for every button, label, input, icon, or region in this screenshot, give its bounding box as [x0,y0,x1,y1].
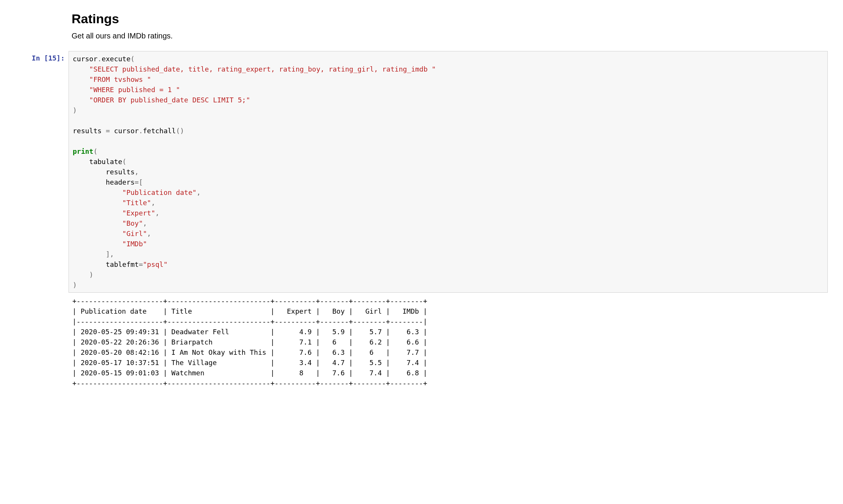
markdown-cell: Ratings Get all ours and IMDb ratings. [72,11,813,40]
notebook: Ratings Get all ours and IMDb ratings. I… [0,0,843,412]
code-input-area[interactable]: cursor.execute( "SELECT published_date, … [69,51,828,293]
input-prompt: In [15]: [15,51,69,62]
output-cell: +---------------------+-----------------… [15,295,828,389]
section-heading: Ratings [72,11,813,26]
code-source[interactable]: cursor.execute( "SELECT published_date, … [73,54,824,290]
section-description: Get all ours and IMDb ratings. [72,32,813,40]
code-cell: In [15]: cursor.execute( "SELECT publish… [15,51,828,293]
code-output: +---------------------+-----------------… [72,296,824,388]
code-output-area: +---------------------+-----------------… [69,295,828,389]
